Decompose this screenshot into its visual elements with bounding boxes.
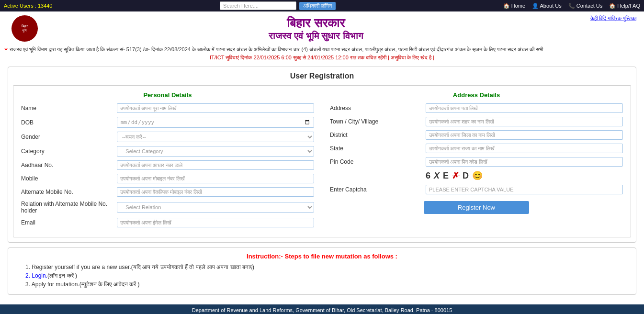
instructions-box: Instruction:- Steps to file new mutation… xyxy=(8,247,636,295)
login-hindi: (लॉग इन करें ) xyxy=(47,272,77,279)
aadhaar-row: Aadhaar No. xyxy=(21,160,314,170)
captcha-chars-row: 6 X E ✗ D 😊 xyxy=(330,170,623,181)
alt-mobile-input[interactable] xyxy=(117,187,314,197)
footer-line1: Department of Revenue and Land Reforms, … xyxy=(3,307,641,313)
ticker-text: राजस्व एवं भूमि विभाग द्वारा यह सूचित कि… xyxy=(10,46,543,52)
mobile-label: Mobile xyxy=(21,175,117,182)
ticker-bar: ✶ राजस्व एवं भूमि विभाग द्वारा यह सूचित … xyxy=(0,45,644,54)
town-row: Town / City/ Village xyxy=(330,117,623,126)
pincode-label: Pin Code xyxy=(330,158,426,165)
instruction-step-1: 1. Register yourself if you are a new us… xyxy=(25,264,628,270)
captcha-refresh-icon[interactable]: 😊 xyxy=(472,170,484,181)
captcha-char-1: 6 xyxy=(426,171,431,181)
email-label: Email xyxy=(21,219,117,226)
name-row: Name xyxy=(21,103,314,113)
notice-text: IT/ICT सुविधाएं दिनांक 22/01/2025 6:00 स… xyxy=(210,55,434,60)
captcha-char-2: X xyxy=(434,171,441,181)
town-input[interactable] xyxy=(426,117,623,126)
logo-area: बिहारभूमि xyxy=(8,15,41,42)
state-input[interactable] xyxy=(426,144,623,153)
district-row: District xyxy=(330,130,623,140)
alt-mobile-row: Alternate Mobile No. xyxy=(21,187,314,197)
ticker-star: ✶ xyxy=(4,46,10,52)
address-label: Address xyxy=(330,105,426,112)
aadhaar-input[interactable] xyxy=(117,160,314,170)
captcha-char-4: ✗ xyxy=(452,170,460,181)
about-link[interactable]: 👤 About Us xyxy=(532,3,562,9)
search-input[interactable] xyxy=(220,1,296,10)
nav-links: 🏠 Home 👤 About Us 📞 Contact Us 🏠 Help/FA… xyxy=(503,3,640,9)
help-link[interactable]: 🏠 Help/FAQ xyxy=(609,3,640,9)
category-select[interactable]: --Select Category-- General OBC SC ST xyxy=(117,146,314,157)
login-button[interactable]: अधिकारी लॉगिन xyxy=(299,2,336,10)
page-footer: Department of Revenue and Land Reforms, … xyxy=(0,304,644,314)
title-line2: राजस्व एवं भूमि सुधार विभाग xyxy=(41,31,590,42)
form-sections: Personal Details Name DOB Gender --चयन क… xyxy=(13,85,631,237)
top-bar: Active Users : 13440 अधिकारी लॉगिन 🏠 Hom… xyxy=(0,0,644,11)
town-label: Town / City/ Village xyxy=(330,118,426,125)
name-label: Name xyxy=(21,105,117,112)
email-input[interactable] xyxy=(117,218,314,227)
title-line1: बिहार सरकार xyxy=(41,16,590,31)
pincode-input[interactable] xyxy=(426,157,623,167)
registration-title: User Registration xyxy=(13,72,631,80)
email-row: Email xyxy=(21,218,314,227)
aadhaar-label: Aadhaar No. xyxy=(21,162,117,168)
register-button-row: Register Now xyxy=(330,201,623,214)
category-label: Category xyxy=(21,148,117,155)
state-label: State xyxy=(330,145,426,152)
address-details-title: Address Details xyxy=(330,91,623,99)
dob-label: DOB xyxy=(21,119,117,126)
instruction-step-2: 2. Login.(लॉग इन करें ) xyxy=(25,272,628,279)
alt-mobile-label: Alternate Mobile No. xyxy=(21,189,117,195)
logo: बिहारभूमि xyxy=(11,15,38,42)
relation-label: Relation with Alternate Mobile No. holde… xyxy=(21,201,117,214)
relation-select[interactable]: --Select Relation-- Father Mother Spouse xyxy=(117,202,314,213)
relation-row: Relation with Alternate Mobile No. holde… xyxy=(21,201,314,214)
mobile-row: Mobile xyxy=(21,174,314,183)
gender-select[interactable]: --चयन करें-- Male Female xyxy=(117,132,314,142)
dob-input[interactable] xyxy=(117,117,314,128)
search-area: अधिकारी लॉगिन xyxy=(220,1,336,10)
active-users: Active Users : 13440 xyxy=(4,3,53,9)
district-label: District xyxy=(330,132,426,138)
booklet-link-area: केही विदि यांत्रिक पुस्तिका xyxy=(590,15,636,22)
main-content: User Registration Personal Details Name … xyxy=(0,62,644,300)
home-link[interactable]: 🏠 Home xyxy=(503,3,525,9)
notice-bar: IT/ICT सुविधाएं दिनांक 22/01/2025 6:00 स… xyxy=(0,54,644,62)
instruction-step-3: 3. Apply for mutation.(म्युटेशन के लिए आ… xyxy=(25,281,628,288)
gender-row: Gender --चयन करें-- Male Female xyxy=(21,132,314,142)
captcha-label: Enter Captcha xyxy=(330,186,426,193)
district-input[interactable] xyxy=(426,130,623,140)
login-link[interactable]: 2. Login. xyxy=(25,272,47,279)
address-details-section: Address Details Address Town / City/ Vil… xyxy=(322,86,631,237)
dob-row: DOB xyxy=(21,117,314,128)
personal-details-section: Personal Details Name DOB Gender --चयन क… xyxy=(13,86,322,237)
booklet-link[interactable]: केही विदि यांत्रिक पुस्तिका xyxy=(590,15,636,21)
captcha-char-3: E xyxy=(443,171,450,181)
page-header: बिहारभूमि बिहार सरकार राजस्व एवं भूमि सु… xyxy=(0,11,644,45)
register-now-button[interactable]: Register Now xyxy=(424,201,529,214)
gender-label: Gender xyxy=(21,134,117,140)
captcha-input-row: Enter Captcha xyxy=(330,185,623,194)
captcha-char-5: D xyxy=(463,171,470,181)
address-input[interactable] xyxy=(426,103,623,113)
captcha-display: 6 X E ✗ D 😊 xyxy=(426,170,484,181)
pincode-row: Pin Code xyxy=(330,157,623,167)
captcha-input[interactable] xyxy=(426,185,623,194)
category-row: Category --Select Category-- General OBC… xyxy=(21,146,314,157)
header-title: बिहार सरकार राजस्व एवं भूमि सुधार विभाग xyxy=(41,16,590,42)
mobile-input[interactable] xyxy=(117,174,314,183)
instruction-title: Instruction:- Steps to file new mutation… xyxy=(16,253,628,260)
personal-details-title: Personal Details xyxy=(21,91,314,99)
address-row: Address xyxy=(330,103,623,113)
contact-link[interactable]: 📞 Contact Us xyxy=(568,3,602,9)
name-input[interactable] xyxy=(117,103,314,113)
state-row: State xyxy=(330,144,623,153)
registration-box: User Registration Personal Details Name … xyxy=(8,67,636,243)
